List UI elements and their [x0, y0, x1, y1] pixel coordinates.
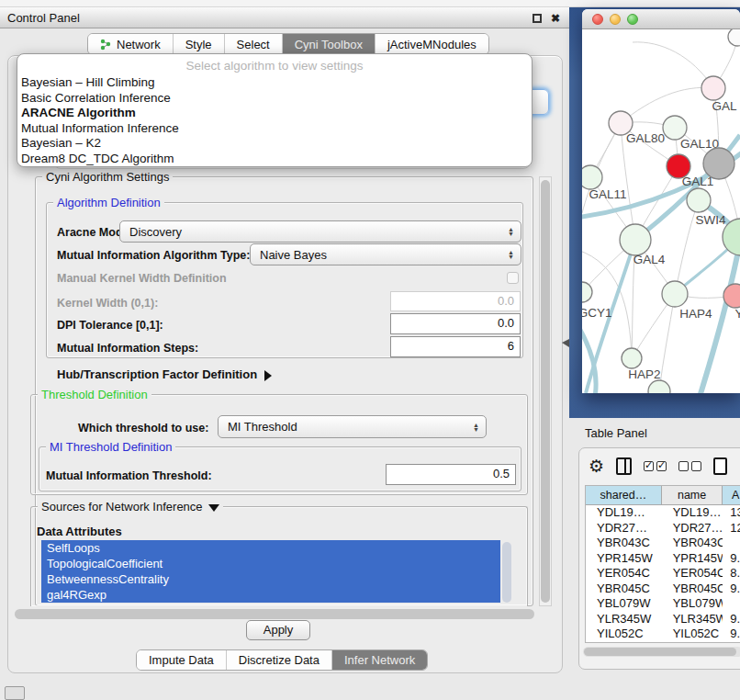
settings-scrollbar-thumb[interactable]: [541, 180, 550, 603]
settings-hscrollbar-thumb[interactable]: [15, 609, 534, 619]
list-item[interactable]: BetweennessCentrality: [41, 571, 500, 587]
list-item[interactable]: SelfLoops: [41, 540, 500, 556]
network-view[interactable]: GALGAL80GAL10GAL1SWI4GAL11GAL4GCY1HAP4YH…: [582, 29, 740, 393]
deselect-all-icon[interactable]: [678, 461, 701, 471]
node-gal[interactable]: [701, 76, 725, 100]
node-label: SWI4: [695, 213, 725, 227]
table-cell: 9.: [723, 551, 740, 567]
list-item[interactable]: TopologicalCoefficient: [41, 556, 500, 571]
tab-discretize-data[interactable]: Discretize Data: [227, 650, 332, 670]
data-attributes-list[interactable]: SelfLoopsTopologicalCoefficientBetweenne…: [41, 540, 514, 605]
kernel-width-field[interactable]: 0.0: [390, 291, 521, 311]
hub-definition-toggle[interactable]: Hub/Transcription Factor Definition: [57, 367, 272, 381]
tab-style[interactable]: Style: [174, 34, 225, 54]
dpi-tolerance-label: DPI Tolerance [0,1]:: [57, 319, 163, 332]
close-traffic-light-icon[interactable]: [592, 14, 603, 25]
manual-kernel-label: Manual Kernel Width Definition: [57, 272, 227, 285]
aracne-mode-combo[interactable]: Discovery ▲▼: [119, 220, 521, 243]
node-label: GAL: [712, 99, 737, 113]
column-header-partial[interactable]: A: [723, 486, 740, 504]
which-threshold-combo[interactable]: MI Threshold ▲▼: [218, 415, 487, 438]
table-cell: YDL19…: [662, 505, 723, 521]
table-cell: YBL079W: [586, 596, 662, 612]
float-window-icon[interactable]: [533, 14, 542, 23]
table-cell: YER054C: [662, 566, 723, 581]
algorithm-dropdown: Select algorithm to view settings Bayesi…: [17, 53, 533, 167]
group-title: MI Threshold Definition: [46, 440, 175, 454]
table-header-row: shared… name A: [586, 486, 740, 505]
table-row[interactable]: YDL19…YDL19…13: [586, 505, 740, 521]
table-row[interactable]: YBL079WYBL079W: [586, 596, 740, 612]
dropdown-placeholder: Select algorithm to view settings: [17, 57, 532, 75]
minimized-panel-icon[interactable]: [5, 686, 25, 700]
gear-icon[interactable]: ⚙: [589, 457, 604, 475]
table-row[interactable]: YDR27…YDR27…12: [586, 521, 740, 536]
network-icon: [100, 39, 112, 51]
mi-type-label: Mutual Information Algorithm Type:: [57, 249, 250, 262]
table-cell: YER054C: [586, 566, 662, 581]
node-gal11[interactable]: [582, 165, 602, 189]
list-scrollbar[interactable]: [502, 542, 511, 603]
table-row[interactable]: YIL052CYIL052C9.: [586, 627, 740, 642]
table-row[interactable]: YBR043CYBR043C: [586, 536, 740, 551]
zoom-traffic-light-icon[interactable]: [627, 14, 638, 25]
column-header-shared-name[interactable]: shared…: [586, 486, 662, 504]
group-title: Algorithm Definition: [53, 196, 164, 209]
export-table-icon[interactable]: [713, 457, 727, 475]
mi-type-combo[interactable]: Naive Bayes ▲▼: [250, 243, 521, 265]
stepper-arrows-icon: ▲▼: [473, 423, 479, 432]
control-panel-title: Control Panel: [7, 11, 80, 25]
mi-steps-field[interactable]: 6: [390, 336, 521, 357]
tab-impute-data[interactable]: Impute Data: [137, 650, 227, 670]
dpi-tolerance-field[interactable]: 0.0: [390, 313, 521, 334]
menu-item-aracne[interactable]: ARACNE Algorithm: [17, 106, 532, 121]
node-hap2[interactable]: [622, 348, 642, 368]
node-label: GAL11: [589, 187, 626, 201]
node-table[interactable]: shared… name A YDL19…YDL19…13YDR27…YDR27…: [585, 485, 740, 643]
table-cell: YIL052C: [662, 627, 723, 642]
node[interactable]: [703, 148, 734, 179]
node-gcy1[interactable]: [582, 282, 592, 302]
minimize-traffic-light-icon[interactable]: [610, 14, 621, 25]
sources-toggle[interactable]: Sources for Network Inference: [38, 500, 223, 514]
node-gal4[interactable]: [620, 224, 651, 255]
list-item[interactable]: gal4RGexp: [41, 587, 500, 603]
select-all-icon[interactable]: [644, 461, 667, 471]
tab-network[interactable]: Network: [88, 34, 174, 54]
network-window[interactable]: GALGAL80GAL10GAL1SWI4GAL11GAL4GCY1HAP4YH…: [582, 9, 740, 393]
table-hscrollbar[interactable]: [583, 647, 740, 657]
node-hap4[interactable]: [662, 281, 688, 307]
tab-infer-network[interactable]: Infer Network: [332, 650, 427, 670]
table-cell: YBR045C: [586, 581, 662, 597]
apply-button[interactable]: Apply: [246, 620, 310, 640]
table-body: YDL19…YDL19…13YDR27…YDR27…12YBR043CYBR04…: [586, 505, 740, 642]
table-row[interactable]: YER054CYER054C8.: [586, 566, 740, 581]
tab-jactivemnodules[interactable]: jActiveMNodules: [376, 34, 488, 54]
table-cell: YBR043C: [662, 536, 723, 551]
table-row[interactable]: YBR045CYBR045C9.: [586, 581, 740, 597]
table-cell: YBL079W: [662, 596, 723, 612]
columns-icon[interactable]: [616, 457, 632, 475]
menu-item-mutual-information[interactable]: Mutual Information Inference: [17, 121, 532, 137]
close-icon[interactable]: ✖: [551, 12, 560, 25]
node-label: GAL4: [633, 253, 666, 266]
node-label: HAP2: [628, 367, 660, 381]
tab-cyni-toolbox[interactable]: Cyni Toolbox: [283, 34, 376, 54]
menu-item-basic-correlation[interactable]: Basic Correlation Inference: [17, 91, 532, 107]
table-row[interactable]: YLR345WYLR345W9.: [586, 612, 740, 627]
table-row[interactable]: YPR145WYPR145W9.: [586, 551, 740, 567]
table-cell: 9.: [723, 627, 740, 642]
node-label: GAL80: [626, 131, 665, 145]
column-header-name[interactable]: name: [662, 486, 723, 504]
menu-item-bayesian-k2[interactable]: Bayesian – K2: [17, 136, 532, 152]
manual-kernel-checkbox[interactable]: [507, 272, 519, 284]
tab-select[interactable]: Select: [225, 34, 283, 54]
node[interactable]: [728, 29, 740, 46]
menu-item-bayesian-hill-climbing[interactable]: Bayesian – Hill Climbing: [17, 75, 532, 91]
menu-item-dream8[interactable]: Dream8 DC_TDC Algorithm: [17, 152, 532, 167]
data-attributes-label: Data Attributes: [37, 525, 122, 538]
node[interactable]: [648, 380, 670, 393]
network-window-titlebar: [582, 9, 740, 29]
node-swi4[interactable]: [687, 188, 711, 212]
mi-threshold-field[interactable]: 0.5: [386, 464, 516, 485]
